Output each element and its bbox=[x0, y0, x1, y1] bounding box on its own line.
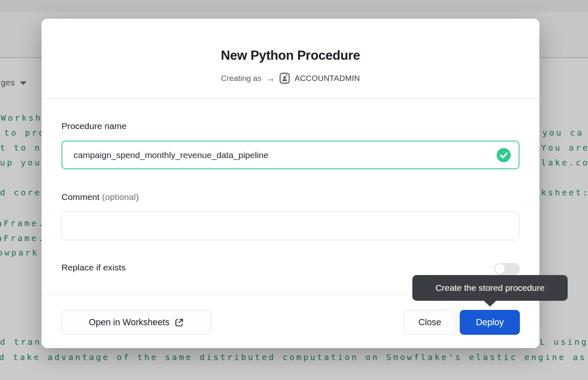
tooltip-arrow bbox=[483, 300, 497, 307]
replace-if-exists-label: Replace if exists bbox=[61, 263, 126, 273]
comment-label: Comment (optional) bbox=[61, 192, 139, 202]
arrow-right-icon: → bbox=[266, 74, 275, 83]
code-fragment: You are bbox=[541, 143, 588, 153]
valid-checkmark-icon bbox=[497, 148, 511, 162]
app-top-band bbox=[0, 0, 588, 12]
procedure-name-input[interactable] bbox=[61, 141, 519, 169]
code-fragment: aFrame. bbox=[0, 218, 45, 228]
procedure-name-label: Procedure name bbox=[61, 121, 127, 131]
chevron-down-icon bbox=[20, 81, 27, 85]
close-button[interactable]: Close bbox=[403, 310, 456, 335]
code-fragment: you ca bbox=[542, 128, 584, 138]
code-fragment: ksheet: bbox=[541, 188, 588, 197]
code-fragment: to pro bbox=[4, 128, 46, 138]
code-fragment: L using bbox=[540, 337, 588, 347]
code-fragment: d take advantage of the same distributed… bbox=[0, 352, 587, 362]
code-fragment: lake.co bbox=[541, 158, 588, 168]
code-fragment: owpark bbox=[0, 248, 39, 258]
header-divider bbox=[42, 98, 539, 99]
code-fragment: Worksh bbox=[1, 113, 42, 123]
open-in-worksheets-label: Open in Worksheets bbox=[89, 317, 169, 328]
deploy-tooltip-text: Create the stored procedure bbox=[436, 283, 545, 293]
external-link-icon bbox=[174, 318, 184, 327]
deploy-button[interactable]: Deploy bbox=[460, 310, 520, 335]
packages-menu-fragment: ges bbox=[1, 78, 15, 88]
role-name: ACCOUNTADMIN bbox=[294, 74, 360, 83]
user-badge-icon bbox=[279, 73, 290, 84]
creating-as-label: Creating as bbox=[221, 74, 261, 83]
code-fragment: d core bbox=[0, 188, 42, 197]
deploy-tooltip: Create the stored procedure bbox=[412, 275, 568, 301]
code-fragment: aFrame. bbox=[0, 233, 45, 243]
comment-input[interactable] bbox=[61, 212, 519, 240]
page-title: New Python Procedure bbox=[42, 48, 539, 63]
code-fragment: d tran bbox=[0, 337, 42, 347]
creating-as-row: Creating as → ACCOUNTADMIN bbox=[42, 73, 539, 84]
open-in-worksheets-button[interactable]: Open in Worksheets bbox=[61, 310, 211, 335]
toggle-knob bbox=[495, 264, 505, 274]
comment-optional-text: (optional) bbox=[102, 192, 139, 202]
comment-label-text: Comment bbox=[61, 192, 100, 202]
replace-if-exists-toggle[interactable] bbox=[494, 263, 520, 275]
